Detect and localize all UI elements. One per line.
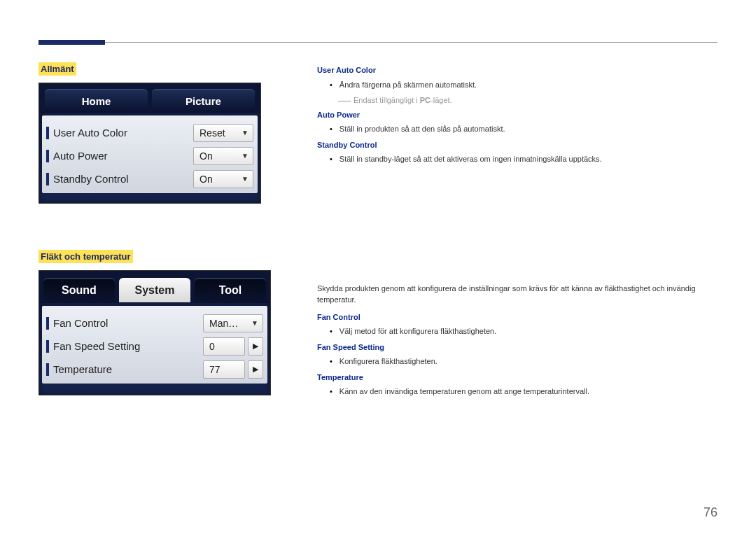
desc-heading: Temperature [317, 372, 718, 384]
tab-label: Sound [62, 284, 97, 297]
heading-general: Allmänt [38, 62, 76, 76]
desc-note: Endast tillgängligt i PC-läget. [338, 94, 718, 106]
row-marker-icon [46, 127, 49, 139]
desc-heading: Fan Speed Setting [317, 342, 718, 353]
desc-heading: Standby Control [317, 139, 718, 151]
row-marker-icon [46, 150, 49, 162]
row-label: User Auto Color [53, 127, 193, 139]
tab-label: Tool [219, 284, 242, 297]
dropdown-value: Man… [209, 318, 238, 329]
tab-system[interactable]: System [119, 278, 190, 302]
osd-row: Fan Control Man… ▼ [46, 311, 263, 335]
intro-text: Skydda produkten genom att konfigurera d… [317, 283, 718, 306]
heading-fan: Fläkt och temperatur [38, 250, 133, 263]
triangle-right-icon: ▶ [253, 365, 258, 374]
spin-increment[interactable]: ▶ [248, 337, 263, 356]
osd-row: Auto Power On ▼ [46, 144, 253, 167]
desc-bullet: Ställ in produkten så att den slås på au… [317, 123, 718, 135]
desc-bullet: Känn av den invändiga temperaturen genom… [317, 386, 718, 398]
tab-label: Picture [186, 95, 221, 107]
spin-increment[interactable]: ▶ [248, 360, 263, 379]
row-marker-icon [46, 363, 49, 376]
tab-tool[interactable]: Tool [195, 278, 266, 302]
dropdown-fan-control[interactable]: Man… ▼ [203, 314, 263, 332]
desc-bullet: Konfigurera fläkthastigheten. [317, 356, 718, 367]
row-label: Temperature [53, 363, 203, 375]
row-marker-icon [46, 317, 49, 330]
row-label: Fan Control [53, 317, 203, 329]
row-label: Fan Speed Setting [53, 340, 203, 352]
spin-value: 77 [209, 364, 220, 375]
desc-heading: User Auto Color [317, 64, 718, 76]
row-marker-icon [46, 173, 49, 185]
tab-label: Home [82, 95, 111, 107]
tab-label: System [135, 284, 175, 297]
chevron-down-icon: ▼ [241, 152, 248, 160]
triangle-right-icon: ▶ [253, 342, 258, 351]
row-label: Auto Power [53, 150, 193, 162]
chevron-down-icon: ▼ [251, 319, 258, 327]
tab-sound[interactable]: Sound [43, 278, 115, 302]
spin-value: 0 [209, 341, 215, 352]
desc-bullet: Ändra färgerna på skärmen automatiskt. [317, 79, 718, 91]
dropdown-value: Reset [200, 127, 225, 139]
chevron-down-icon: ▼ [241, 175, 248, 183]
dropdown-user-auto-color[interactable]: Reset ▼ [193, 124, 253, 142]
tab-home[interactable]: Home [45, 89, 148, 112]
dropdown-auto-power[interactable]: On ▼ [193, 147, 253, 165]
desc-bullet: Välj metod för att konfigurera fläkthast… [317, 325, 718, 337]
row-marker-icon [46, 340, 49, 353]
osd-panel-fan: Sound System Tool Fan Control Man… [38, 270, 271, 395]
tab-picture[interactable]: Picture [152, 89, 255, 112]
desc-heading: Fan Control [317, 311, 718, 323]
osd-row: Fan Speed Setting 0 ▶ [46, 335, 263, 358]
spin-value-fan-speed[interactable]: 0 [203, 337, 245, 356]
dropdown-value: On [200, 174, 213, 185]
dropdown-standby-control[interactable]: On ▼ [193, 170, 253, 188]
dropdown-value: On [200, 150, 213, 162]
desc-bullet: Ställ in standby-läget så att det aktive… [317, 153, 718, 165]
dash-icon [338, 101, 351, 101]
top-rule [38, 42, 718, 43]
spin-value-temperature[interactable]: 77 [203, 360, 245, 379]
row-label: Standby Control [53, 173, 193, 185]
osd-panel-general: Home Picture User Auto Color Reset ▼ [38, 83, 261, 204]
chevron-down-icon: ▼ [241, 129, 248, 136]
desc-heading: Auto Power [317, 109, 718, 121]
page-number: 76 [704, 505, 718, 520]
osd-row: User Auto Color Reset ▼ [46, 121, 253, 144]
osd-row: Standby Control On ▼ [46, 167, 253, 190]
osd-row: Temperature 77 ▶ [46, 358, 263, 381]
